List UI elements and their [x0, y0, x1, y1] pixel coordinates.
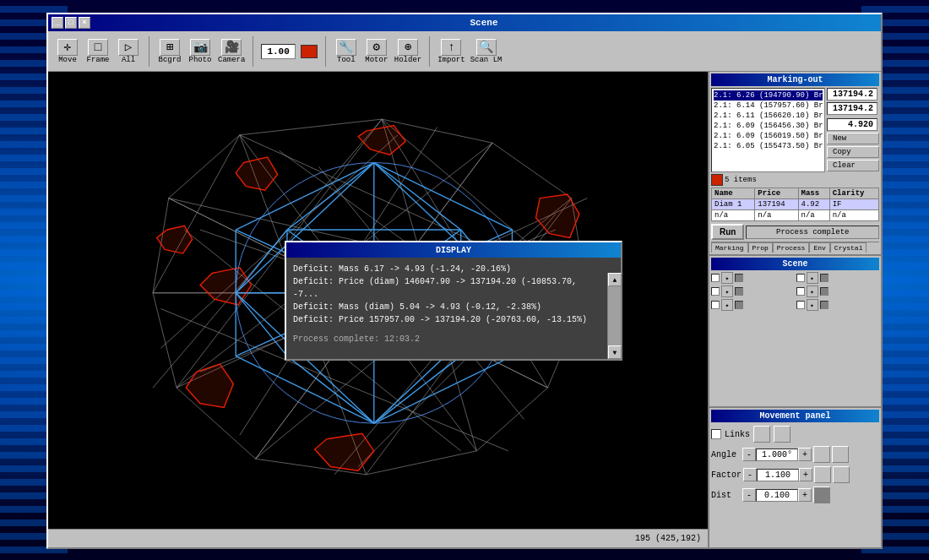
factor-value[interactable]: 1.100: [757, 469, 799, 481]
dist-decrement[interactable]: -: [742, 488, 756, 502]
scroll-down-button[interactable]: ▼: [608, 345, 622, 359]
bcgrd-icon: ⊞: [160, 39, 180, 56]
scene-icon: ✦: [807, 285, 818, 297]
links-row: Links: [711, 426, 879, 443]
factor-stepper: - 1.100 +: [743, 468, 812, 481]
viewport[interactable]: DISPLAY Deficit: Mass 6.17 -> 4.93 (-1.2…: [48, 72, 708, 547]
list-item[interactable]: 2.1: 6.05 (155473.50) Br: [714, 141, 823, 151]
minimize-button[interactable]: _: [52, 17, 63, 29]
process-complete-label: Process complete: [746, 226, 879, 239]
close-button[interactable]: ×: [79, 17, 90, 29]
import-icon: ↑: [441, 39, 461, 56]
factor-btn-1[interactable]: [814, 466, 831, 483]
display-line-5: Process complete: 12:03.2: [293, 333, 604, 345]
list-item[interactable]: 2.1: 6.09 (156019.50) Br: [714, 131, 823, 141]
tab-marking[interactable]: Marking: [711, 242, 748, 253]
scroll-up-button[interactable]: ▲: [608, 273, 622, 286]
titlebar: _ □ × Scene: [48, 14, 881, 31]
scene-item: ✦: [711, 285, 795, 297]
toolbar-holder[interactable]: ⊕ Holder: [394, 39, 421, 64]
factor-decrement[interactable]: -: [743, 468, 757, 481]
display-line-2: Deficit: Price (diam) 146047.90 -> 13719…: [293, 275, 604, 301]
toolbar-all[interactable]: ▷ All: [116, 39, 141, 64]
scene-item: ✦: [796, 272, 880, 284]
scene-state: [820, 287, 828, 296]
dist-increment[interactable]: +: [798, 488, 812, 502]
toolbar-camera[interactable]: 🎥 Camera: [218, 39, 245, 64]
tab-env[interactable]: Env: [809, 242, 829, 253]
angle-btn-1[interactable]: [813, 446, 830, 463]
list-item[interactable]: 2.1: 6.14 (157957.60) Br: [714, 101, 823, 111]
status-bar: 195 (425,192): [48, 529, 708, 547]
all-icon: ▷: [118, 39, 139, 56]
items-count: 5 items: [725, 176, 757, 184]
toolbar-import[interactable]: ↑ Import: [437, 39, 465, 64]
marking-out-title: Marking-out: [711, 73, 879, 86]
scene-item: ✦: [711, 299, 795, 311]
links-label: Links: [725, 430, 750, 439]
scene-checkbox[interactable]: [711, 287, 720, 296]
tab-prop[interactable]: Prop: [748, 242, 773, 253]
list-item[interactable]: 2.1: 6.09 (156456.30) Br: [714, 121, 823, 131]
display-popup: DISPLAY Deficit: Mass 6.17 -> 4.93 (-1.2…: [285, 241, 622, 361]
col-name: Name: [712, 188, 755, 199]
angle-control: Angle - 1.000° +: [711, 446, 879, 463]
clear-button[interactable]: Clear: [827, 160, 879, 171]
toolbar-scan-lm[interactable]: 🔍 Scan LM: [470, 39, 503, 64]
links-btn-2[interactable]: [774, 426, 790, 443]
popup-titlebar: DISPLAY: [286, 242, 621, 258]
separator-2: [253, 36, 253, 67]
separator-3: [325, 36, 326, 67]
marking-out-panel: Marking-out 2.1: 6.26 (194790.90) Br 2.1…: [709, 72, 881, 256]
links-checkbox[interactable]: [711, 429, 721, 439]
scene-checkbox[interactable]: [796, 287, 805, 296]
toolbar-frame[interactable]: □ Frame: [85, 39, 111, 64]
separator-1: [149, 36, 149, 67]
movement-panel: Movement panel Links Angle - 1.000° +: [709, 408, 881, 547]
popup-title: DISPLAY: [436, 246, 471, 255]
scene-state: [820, 301, 828, 309]
scene-title: Scene: [711, 258, 879, 270]
toolbar-photo[interactable]: 📷 Photo: [187, 39, 213, 64]
angle-increment[interactable]: +: [798, 448, 812, 461]
scene-checkbox[interactable]: [711, 301, 720, 309]
scene-checkbox[interactable]: [796, 274, 805, 282]
dist-value[interactable]: 0.100: [756, 489, 798, 502]
copy-button[interactable]: Copy: [827, 146, 879, 158]
angle-decrement[interactable]: -: [742, 448, 756, 461]
toolbar-move[interactable]: ✛ Move: [55, 39, 80, 64]
dist-control: Dist - 0.100 +: [711, 487, 879, 503]
window-controls[interactable]: _ □ ×: [52, 17, 90, 29]
list-item[interactable]: 2.1: 6.26 (194790.90) Br: [714, 90, 823, 101]
angle-btn-2[interactable]: [832, 446, 849, 463]
new-button[interactable]: New: [827, 133, 879, 144]
angle-value[interactable]: 1.000°: [756, 449, 798, 461]
marking-list[interactable]: 2.1: 6.26 (194790.90) Br 2.1: 6.14 (1579…: [711, 88, 825, 172]
factor-btn-2[interactable]: [833, 466, 850, 483]
col-clarity: Clarity: [829, 188, 878, 199]
scene-checkbox[interactable]: [711, 274, 720, 282]
run-button[interactable]: Run: [711, 224, 744, 240]
maximize-button[interactable]: □: [65, 17, 77, 29]
tool-icon: 🔧: [336, 39, 356, 56]
toolbar-motor[interactable]: ⚙ Motor: [364, 39, 389, 64]
tab-crystal[interactable]: Crystal: [830, 242, 867, 253]
factor-increment[interactable]: +: [799, 468, 812, 481]
scene-icon: ✦: [721, 299, 733, 311]
angle-label: Angle: [711, 450, 741, 459]
toolbar-tool[interactable]: 🔧 Tool: [334, 39, 359, 64]
display-line-4: Deficit: Price 157957.00 -> 137194.20 (-…: [293, 313, 604, 326]
toolbar-bcgrd[interactable]: ⊞ Bcgrd: [157, 39, 182, 64]
list-item[interactable]: 2.1: 6.11 (156620.10) Br: [714, 111, 823, 121]
scene-state: [735, 287, 743, 296]
links-btn-1[interactable]: [753, 426, 770, 443]
tab-process[interactable]: Process: [773, 242, 810, 253]
camera-icon: 🎥: [221, 39, 242, 56]
dist-stepper: - 0.100 +: [742, 488, 812, 502]
table-row: Diam 1 137194 4.92 IF: [712, 199, 879, 210]
popup-scrollbar[interactable]: ▲ ▼: [607, 273, 621, 359]
value-box[interactable]: 1.00: [261, 44, 295, 59]
right-panel: Marking-out 2.1: 6.26 (194790.90) Br 2.1…: [708, 72, 881, 547]
scene-checkbox[interactable]: [796, 301, 805, 309]
dist-btn-1[interactable]: [813, 487, 830, 503]
